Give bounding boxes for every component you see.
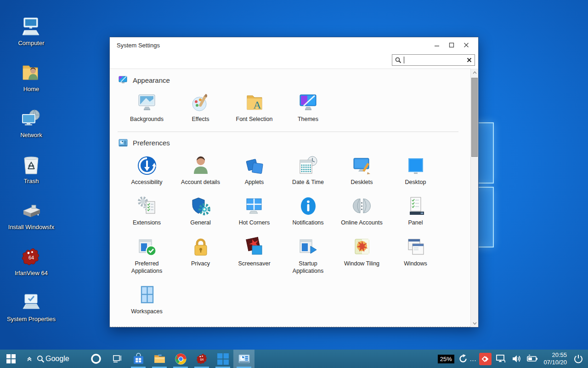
taskbar-app-microsoft-store[interactable] <box>128 350 149 368</box>
ring-icon <box>90 353 102 364</box>
desktop-icon-label: Computer <box>18 40 44 46</box>
taskbar-app-file-explorer[interactable] <box>149 350 170 368</box>
anydesk-tray-icon[interactable] <box>478 350 492 368</box>
settings-item-label: Hot Corners <box>239 219 270 227</box>
settings-item-general[interactable]: General <box>174 190 227 230</box>
minimize-button[interactable] <box>430 39 444 51</box>
launcher-ring-button[interactable] <box>85 350 107 368</box>
hot-corners-icon <box>243 195 266 217</box>
settings-item-font-selection[interactable]: AFont Selection <box>227 86 281 127</box>
online-accounts-icon <box>351 195 373 217</box>
vertical-scrollbar[interactable] <box>470 69 478 327</box>
power-icon <box>573 354 583 364</box>
settings-item-account-details[interactable]: Account details <box>174 149 227 190</box>
settings-item-desktop[interactable]: Desktop <box>389 149 442 190</box>
settings-item-accessibility[interactable]: Accessibility <box>120 149 174 190</box>
settings-item-hot-corners[interactable]: Hot Corners <box>227 190 281 230</box>
settings-item-effects[interactable]: Effects <box>174 86 227 127</box>
clock-date: 07/10/20 <box>543 359 567 366</box>
taskbar-app-windows-desktop[interactable] <box>212 350 233 368</box>
settings-item-notifications[interactable]: Notifications <box>281 190 335 230</box>
settings-item-label: Screensaver <box>238 260 270 268</box>
network-tray-icon[interactable] <box>494 350 508 368</box>
clear-search-button[interactable] <box>467 58 472 63</box>
settings-item-themes[interactable]: Themes <box>281 86 335 127</box>
desktop-icon-computer[interactable]: Computer <box>4 13 59 59</box>
section-divider <box>118 132 458 132</box>
applets-icon <box>243 155 266 177</box>
themes-icon <box>297 92 319 114</box>
settings-item-preferred-applications[interactable]: Preferred Applications <box>120 230 174 278</box>
text-caret <box>404 57 404 63</box>
settings-item-desklets[interactable]: Desklets <box>335 149 389 190</box>
search-input[interactable] <box>392 54 475 66</box>
winlogo-icon <box>217 353 229 365</box>
settings-item-panel[interactable]: Panel <box>389 190 442 230</box>
workspaces-icon <box>136 284 158 306</box>
volume-tray-icon[interactable] <box>509 350 523 368</box>
taskbar: Google 64 25% ... <box>0 350 588 368</box>
settings-item-label: Accessibility <box>131 179 162 186</box>
settings-content: AppearanceBackgroundsEffectsAFont Select… <box>110 69 470 327</box>
preferences-items-grid: AccessibilityAccount detailsAppletsDate … <box>110 149 450 319</box>
desktop-icon-network[interactable]: Network <box>4 105 59 151</box>
system-properties-icon <box>21 293 42 314</box>
settings-item-privacy[interactable]: Privacy <box>174 230 227 278</box>
power-button[interactable] <box>571 350 585 368</box>
settings-item-label: Privacy <box>191 260 210 268</box>
panel-icon <box>405 195 427 217</box>
settings-item-applets[interactable]: Applets <box>227 149 281 190</box>
extensions-icon <box>136 195 158 217</box>
desktop-icon-irfanview[interactable]: 64IrfanView 64 <box>4 243 59 289</box>
desktop-icon-home[interactable]: Home <box>4 59 59 105</box>
effects-icon <box>190 92 212 114</box>
start-button[interactable] <box>0 350 22 368</box>
clock[interactable]: 20:55 07/10/20 <box>541 351 570 367</box>
explorer-icon <box>153 353 166 365</box>
task-view-icon <box>112 354 122 364</box>
close-icon <box>464 42 469 48</box>
section-title: Preferences <box>133 139 170 147</box>
settings-item-window-tiling[interactable]: Window Tiling <box>335 230 389 278</box>
settings-item-windows[interactable]: Windows <box>389 230 442 278</box>
store-icon <box>132 353 145 365</box>
install-windowsfx-icon <box>21 201 42 222</box>
task-view-button[interactable] <box>107 350 128 368</box>
taskbar-search-button[interactable]: Google <box>37 350 85 368</box>
home-icon <box>21 63 42 84</box>
close-button[interactable] <box>459 39 474 51</box>
settings-item-online-accounts[interactable]: Online Accounts <box>335 190 389 230</box>
show-hidden-icons-button[interactable] <box>22 350 37 368</box>
settings-panel-icon <box>238 353 250 365</box>
scrollbar-thumb[interactable] <box>471 78 478 157</box>
settings-item-workspaces[interactable]: Workspaces <box>120 278 174 319</box>
desktop-icon-trash[interactable]: Trash <box>4 151 59 197</box>
taskbar-app-irfanview[interactable]: 64 <box>191 350 212 368</box>
settings-item-label: Effects <box>192 116 209 123</box>
window-titlebar[interactable]: System Settings <box>110 37 478 53</box>
settings-item-screensaver[interactable]: Screensaver <box>227 230 281 278</box>
maximize-button[interactable] <box>444 39 459 51</box>
desktop-icon-system-properties[interactable]: System Properties <box>4 289 59 335</box>
sync-tray-icon[interactable] <box>456 350 470 368</box>
settings-item-label: Preferred Applications <box>122 260 172 275</box>
settings-item-label: Backgrounds <box>130 116 164 123</box>
general-icon <box>190 195 212 217</box>
section-title: Appearance <box>133 76 170 84</box>
battery-tray-icon[interactable] <box>525 350 539 368</box>
tray-ellipsis[interactable]: ... <box>470 355 477 362</box>
settings-item-startup-applications[interactable]: Startup Applications <box>281 230 335 278</box>
battery-percent-badge[interactable]: 25% <box>438 355 454 363</box>
taskbar-app-chrome[interactable] <box>170 350 191 368</box>
window-tiling-icon <box>351 236 373 258</box>
scroll-up-button[interactable] <box>471 69 479 76</box>
privacy-icon <box>190 236 212 258</box>
taskbar-app-system-settings[interactable] <box>233 350 254 368</box>
settings-item-label: Date & Time <box>292 179 324 186</box>
settings-item-date-time[interactable]: Date & Time <box>281 149 335 190</box>
settings-item-extensions[interactable]: Extensions <box>120 190 174 230</box>
scroll-down-button[interactable] <box>471 319 479 327</box>
desktop-icon-install-windowsfx[interactable]: Install Windowsfx <box>4 197 59 243</box>
settings-item-label: Startup Applications <box>283 260 333 275</box>
settings-item-backgrounds[interactable]: Backgrounds <box>120 86 174 127</box>
